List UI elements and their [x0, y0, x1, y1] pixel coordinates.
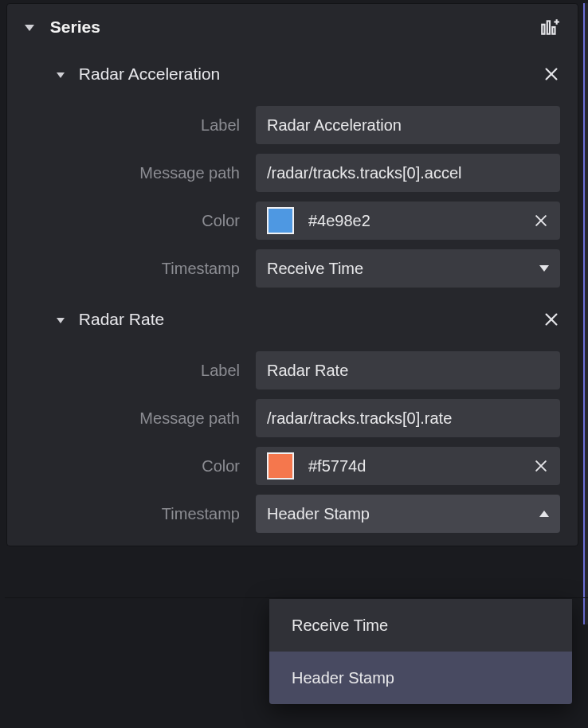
timestamp-select[interactable]: Header Stamp: [256, 495, 560, 533]
message-path-input[interactable]: [256, 399, 560, 437]
remove-series-icon[interactable]: [543, 311, 560, 328]
dropdown-option-label: Receive Time: [292, 616, 388, 635]
label-input[interactable]: [256, 351, 560, 389]
timestamp-select[interactable]: Receive Time: [256, 249, 560, 288]
color-hex-text: #f5774d: [308, 457, 366, 476]
field-color-row: Color #f5774d: [25, 445, 560, 487]
timestamp-dropdown[interactable]: Receive Time Header Stamp: [269, 599, 572, 704]
color-swatch[interactable]: [267, 452, 294, 479]
scroll-indicator[interactable]: [583, 3, 588, 624]
section-title: Series: [50, 18, 100, 36]
series-panel: Series Radar Acceleration: [6, 3, 578, 546]
chevron-up-icon: [539, 511, 549, 517]
color-hex-text: #4e98e2: [308, 212, 370, 230]
add-chart-icon[interactable]: [539, 17, 560, 37]
field-color-row: Color #4e98e2: [25, 200, 560, 241]
series-item-header-1[interactable]: Radar Rate: [7, 296, 578, 343]
series-section-header[interactable]: Series: [7, 4, 578, 50]
caret-down-icon: [57, 318, 65, 323]
svg-rect-0: [542, 25, 544, 34]
field-label-text: Color: [25, 212, 256, 230]
clear-color-icon[interactable]: [533, 458, 549, 474]
clear-color-icon[interactable]: [533, 213, 549, 229]
color-input[interactable]: #4e98e2: [256, 202, 560, 240]
series-item-title: Radar Acceleration: [79, 65, 220, 83]
caret-down-icon: [25, 25, 34, 31]
message-path-input-text[interactable]: [267, 164, 549, 182]
timestamp-value: Header Stamp: [267, 505, 370, 523]
field-path-row: Message path: [25, 397, 560, 439]
section-divider: [5, 597, 588, 598]
remove-series-icon[interactable]: [543, 65, 560, 83]
message-path-input[interactable]: [256, 154, 560, 192]
dropdown-option-header-stamp[interactable]: Header Stamp: [269, 652, 572, 704]
field-label-text: Message path: [25, 164, 256, 182]
field-label-row: Label: [25, 104, 560, 146]
field-label-text: Message path: [25, 409, 256, 428]
field-label-text: Color: [25, 457, 256, 476]
field-timestamp-row: Timestamp Receive Time: [25, 248, 560, 289]
dropdown-option-receive-time[interactable]: Receive Time: [269, 599, 572, 652]
field-path-row: Message path: [25, 152, 560, 194]
series-item-title: Radar Rate: [79, 310, 164, 328]
field-timestamp-row: Timestamp Header Stamp: [25, 493, 560, 534]
series-item-header-0[interactable]: Radar Acceleration: [7, 50, 578, 98]
label-input-text[interactable]: [267, 116, 549, 135]
field-label-row: Label: [25, 350, 560, 391]
caret-down-icon: [57, 72, 65, 78]
field-label-text: Label: [25, 362, 256, 380]
chevron-down-icon: [539, 265, 549, 272]
timestamp-value: Receive Time: [267, 260, 363, 278]
field-label-text: Timestamp: [25, 260, 256, 278]
svg-rect-1: [547, 21, 550, 33]
color-swatch[interactable]: [267, 207, 294, 234]
color-input[interactable]: #f5774d: [256, 447, 560, 485]
dropdown-option-label: Header Stamp: [292, 669, 394, 687]
field-label-text: Label: [25, 116, 256, 135]
message-path-input-text[interactable]: [267, 409, 549, 428]
label-input-text[interactable]: [267, 362, 549, 380]
svg-rect-2: [552, 27, 555, 34]
field-label-text: Timestamp: [25, 505, 256, 523]
label-input[interactable]: [256, 106, 560, 144]
